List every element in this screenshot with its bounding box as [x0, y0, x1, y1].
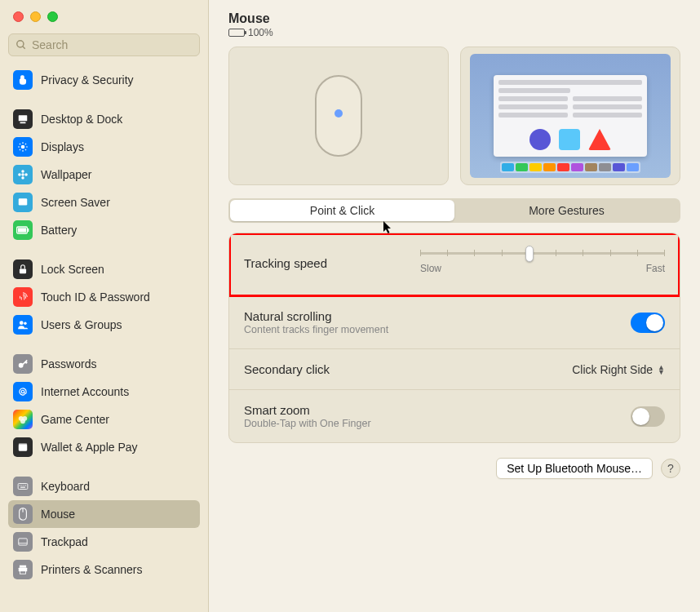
- desktop-preview: [470, 54, 671, 177]
- sidebar: Privacy & SecurityDesktop & DockDisplays…: [0, 0, 209, 612]
- svg-rect-21: [28, 228, 29, 232]
- svg-rect-3: [20, 122, 26, 124]
- page-title: Mouse: [228, 11, 680, 26]
- printer-icon: [13, 560, 33, 579]
- row-natural-scrolling: Natural scrolling Content tracks finger …: [229, 296, 680, 349]
- search-field[interactable]: [8, 33, 200, 56]
- gamecenter-icon: [13, 410, 33, 429]
- sidebar-item-label: Users & Groups: [41, 318, 122, 331]
- svg-point-29: [20, 419, 25, 424]
- svg-point-33: [20, 485, 20, 486]
- flower-icon: [13, 165, 33, 184]
- svg-rect-42: [20, 565, 26, 568]
- sidebar-item-label: Battery: [41, 224, 77, 237]
- sidebar-item-displays[interactable]: Displays: [8, 133, 200, 161]
- sidebar-item-label: Printers & Scanners: [41, 563, 143, 576]
- natural-scrolling-sublabel: Content tracks finger movement: [244, 324, 631, 335]
- dock-icon: [13, 109, 33, 129]
- sidebar-item-label: Screen Saver: [41, 196, 110, 209]
- svg-rect-31: [19, 443, 28, 445]
- header: Mouse 100%: [228, 11, 680, 38]
- sidebar-item-users-groups[interactable]: Users & Groups: [8, 311, 200, 339]
- sidebar-item-internet-accounts[interactable]: Internet Accounts: [8, 378, 200, 406]
- sidebar-item-label: Internet Accounts: [41, 385, 129, 398]
- sidebar-item-touch-id-password[interactable]: Touch ID & Password: [8, 283, 200, 311]
- slider-min-label: Slow: [420, 263, 441, 274]
- sidebar-item-keyboard[interactable]: Keyboard: [8, 472, 200, 500]
- sidebar-item-wallet-apple-pay[interactable]: Wallet & Apple Pay: [8, 433, 200, 461]
- sidebar-item-label: Privacy & Security: [41, 73, 134, 86]
- svg-point-0: [17, 41, 24, 47]
- svg-point-35: [24, 485, 24, 486]
- sidebar-item-printers-scanners[interactable]: Printers & Scanners: [8, 556, 200, 583]
- sidebar-item-battery[interactable]: Battery: [8, 216, 200, 244]
- lock-icon: [13, 259, 33, 279]
- sidebar-item-lock-screen[interactable]: Lock Screen: [8, 255, 200, 283]
- hand-icon: [13, 70, 33, 90]
- svg-point-17: [24, 173, 28, 176]
- key-icon: [13, 354, 33, 374]
- square-shape-icon: [559, 129, 580, 150]
- setup-bluetooth-button[interactable]: Set Up Bluetooth Mouse…: [496, 458, 653, 479]
- circle-shape-icon: [529, 129, 551, 150]
- smart-zoom-toggle[interactable]: [631, 406, 665, 427]
- slider-thumb[interactable]: [525, 246, 534, 262]
- battery-status: 100%: [228, 27, 680, 38]
- sidebar-item-screen-saver[interactable]: Screen Saver: [8, 188, 200, 216]
- triangle-shape-icon: [588, 129, 611, 150]
- desktop-preview-box: [460, 47, 680, 185]
- sidebar-item-mouse[interactable]: Mouse: [8, 500, 200, 528]
- screensaver-icon: [13, 193, 33, 212]
- natural-scrolling-toggle[interactable]: [631, 313, 665, 333]
- close-window-button[interactable]: [13, 11, 24, 22]
- footer: Set Up Bluetooth Mouse… ?: [228, 458, 680, 479]
- secondary-click-popup[interactable]: Click Right Side ▲▼: [572, 363, 665, 376]
- sidebar-item-desktop-dock[interactable]: Desktop & Dock: [8, 105, 200, 133]
- fullscreen-window-button[interactable]: [47, 11, 58, 22]
- svg-line-11: [20, 149, 20, 150]
- svg-rect-20: [18, 228, 26, 232]
- svg-rect-30: [19, 445, 28, 451]
- sidebar-item-trackpad[interactable]: Trackpad: [8, 528, 200, 556]
- minimize-window-button[interactable]: [30, 11, 41, 22]
- sidebar-item-label: Trackpad: [41, 535, 88, 548]
- svg-line-12: [25, 144, 26, 144]
- svg-rect-37: [20, 487, 25, 488]
- main-panel: Mouse 100%: [209, 0, 700, 612]
- battery-icon: [228, 29, 245, 37]
- settings-list: Tracking speed Slow Fast Natural scrolli…: [228, 233, 680, 443]
- tab-segmented-control[interactable]: Point & Click More Gestures: [228, 198, 680, 223]
- sidebar-item-label: Passwords: [41, 357, 96, 370]
- row-tracking-speed: Tracking speed Slow Fast: [229, 233, 680, 296]
- sidebar-item-label: Displays: [41, 140, 84, 153]
- sidebar-item-label: Touch ID & Password: [41, 290, 150, 304]
- search-input[interactable]: [32, 38, 193, 51]
- dock-preview: [500, 162, 641, 173]
- tab-point-and-click[interactable]: Point & Click: [230, 200, 454, 221]
- sidebar-item-privacy-security[interactable]: Privacy & Security: [8, 66, 200, 94]
- tracking-speed-slider[interactable]: Slow Fast: [420, 251, 665, 274]
- svg-point-15: [21, 176, 24, 180]
- sun-icon: [13, 137, 33, 157]
- mini-window: [494, 75, 646, 157]
- svg-rect-18: [19, 198, 28, 205]
- mouse-graphic: [315, 75, 362, 157]
- sidebar-item-passwords[interactable]: Passwords: [8, 350, 200, 378]
- fingerprint-icon: [13, 287, 33, 307]
- at-icon: [13, 382, 33, 401]
- svg-point-34: [21, 485, 22, 486]
- svg-point-13: [21, 173, 24, 176]
- tracking-speed-label: Tracking speed: [244, 256, 420, 270]
- users-icon: [13, 315, 33, 335]
- help-button[interactable]: ?: [661, 459, 680, 478]
- trackpad-icon: [13, 532, 33, 552]
- sidebar-item-wallpaper[interactable]: Wallpaper: [8, 161, 200, 188]
- chevron-up-down-icon: ▲▼: [658, 365, 665, 375]
- sidebar-item-label: Wallet & Apple Pay: [41, 441, 138, 454]
- search-icon: [16, 39, 27, 51]
- svg-line-10: [25, 149, 26, 150]
- tab-more-gestures[interactable]: More Gestures: [454, 200, 679, 221]
- sidebar-item-game-center[interactable]: Game Center: [8, 406, 200, 433]
- svg-line-1: [23, 47, 25, 49]
- svg-point-14: [21, 170, 24, 173]
